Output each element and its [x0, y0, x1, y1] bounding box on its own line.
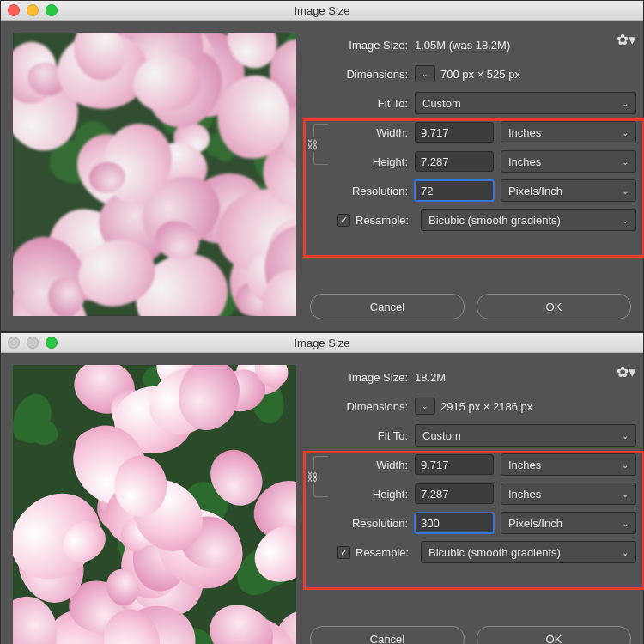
- resample-checkbox[interactable]: ✓: [337, 546, 350, 559]
- window-close-button[interactable]: [8, 4, 20, 16]
- resolution-input[interactable]: 300: [415, 513, 494, 533]
- dimensions-value: 2915 px × 2186 px: [440, 400, 532, 413]
- titlebar[interactable]: Image Size: [1, 333, 643, 353]
- dimensions-unit-button[interactable]: ⌄: [415, 398, 435, 415]
- window-minimize-button[interactable]: [27, 4, 39, 16]
- width-unit-select[interactable]: Inches ⌄: [501, 453, 636, 476]
- resolution-input[interactable]: 72: [415, 180, 494, 201]
- resolution-label: Resolution:: [334, 517, 415, 530]
- cancel-button[interactable]: Cancel: [310, 626, 465, 644]
- chevron-down-icon: ⌄: [622, 519, 629, 528]
- link-icon[interactable]: ⛓: [307, 137, 318, 152]
- dimensions-unit-button[interactable]: ⌄: [415, 65, 435, 82]
- link-icon[interactable]: ⛓: [307, 470, 318, 484]
- fit-to-select[interactable]: Custom ⌄: [415, 92, 636, 114]
- chevron-down-icon: ⌄: [422, 70, 428, 78]
- chevron-down-icon: ⌄: [622, 431, 629, 440]
- window-close-button[interactable]: [8, 337, 20, 349]
- window-title: Image Size: [1, 337, 643, 349]
- ok-button[interactable]: OK: [477, 626, 631, 644]
- dimensions-value: 700 px × 525 px: [440, 68, 520, 81]
- cancel-button[interactable]: Cancel: [310, 294, 465, 319]
- resolution-unit-select[interactable]: Pixels/Inch ⌄: [501, 512, 636, 534]
- dimensions-label: Dimensions:: [308, 400, 415, 413]
- chevron-down-icon: ⌄: [622, 216, 629, 225]
- chevron-down-icon: ⌄: [622, 186, 629, 196]
- dimensions-label: Dimensions:: [308, 68, 415, 81]
- resolution-unit-select[interactable]: Pixels/Inch ⌄: [501, 179, 636, 202]
- chevron-down-icon: ⌄: [622, 128, 629, 137]
- height-label: Height:: [334, 488, 415, 501]
- width-label: Width:: [334, 126, 415, 139]
- gear-icon[interactable]: ✿▾: [617, 363, 636, 381]
- ok-button[interactable]: OK: [477, 294, 631, 319]
- window-zoom-button[interactable]: [46, 337, 58, 349]
- image-size-value: 18.2M: [415, 371, 446, 384]
- resolution-label: Resolution:: [334, 185, 415, 197]
- chevron-down-icon: ⌄: [622, 489, 629, 499]
- width-input[interactable]: 9.717: [415, 122, 494, 143]
- resample-checkbox[interactable]: ✓: [337, 214, 350, 227]
- height-unit-select[interactable]: Inches ⌄: [501, 150, 636, 173]
- height-unit-select[interactable]: Inches ⌄: [501, 483, 636, 505]
- resample-select[interactable]: Bicubic (smooth gradients) ⌄: [421, 541, 636, 563]
- image-size-dialog: Image Size ✿▾ Image Size: 18.2M Dimensio…: [0, 332, 644, 644]
- image-size-dialog: Image Size ✿▾ Image Size: 1.05M (was 18.…: [0, 0, 644, 332]
- resample-label: Resample:: [355, 546, 416, 559]
- image-size-label: Image Size:: [308, 39, 415, 52]
- fit-to-label: Fit To:: [308, 429, 415, 442]
- chevron-down-icon: ⌄: [622, 157, 629, 167]
- gear-icon[interactable]: ✿▾: [617, 31, 636, 49]
- chevron-down-icon: ⌄: [622, 99, 629, 108]
- fit-to-select[interactable]: Custom ⌄: [415, 424, 636, 447]
- width-unit-select[interactable]: Inches ⌄: [501, 121, 636, 143]
- window-title: Image Size: [1, 4, 643, 17]
- window-zoom-button[interactable]: [46, 4, 58, 16]
- titlebar[interactable]: Image Size: [1, 1, 643, 21]
- resample-label: Resample:: [355, 214, 416, 227]
- image-preview: [13, 365, 296, 644]
- height-label: Height:: [334, 155, 415, 168]
- height-input[interactable]: 7.287: [415, 151, 494, 172]
- image-preview: [13, 33, 296, 316]
- chevron-down-icon: ⌄: [622, 548, 629, 557]
- image-size-value: 1.05M (was 18.2M): [415, 39, 510, 52]
- chevron-down-icon: ⌄: [622, 460, 629, 470]
- image-size-label: Image Size:: [308, 371, 415, 384]
- window-minimize-button[interactable]: [27, 337, 39, 349]
- height-input[interactable]: 7.287: [415, 483, 494, 504]
- width-input[interactable]: 9.717: [415, 454, 494, 475]
- width-label: Width:: [334, 459, 415, 471]
- fit-to-label: Fit To:: [308, 97, 415, 110]
- resample-select[interactable]: Bicubic (smooth gradients) ⌄: [421, 209, 636, 231]
- chevron-down-icon: ⌄: [422, 402, 428, 410]
